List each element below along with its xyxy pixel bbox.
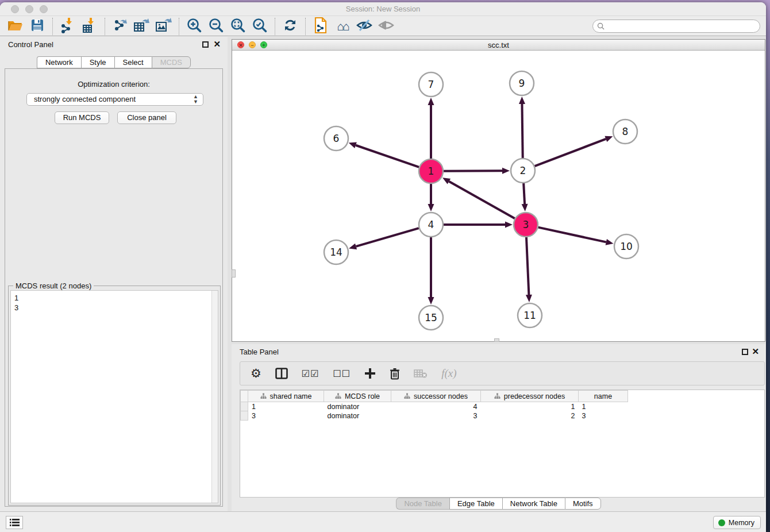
- window-titlebar: Session: New Session: [0, 2, 766, 16]
- table-cell[interactable]: dominator: [324, 402, 391, 411]
- table-tab-edge-table[interactable]: Edge Table: [449, 498, 502, 510]
- network-window-titlebar[interactable]: ✕ − + scc.txt: [232, 40, 765, 51]
- zoom-out-button[interactable]: [205, 17, 227, 36]
- column-header-label: name: [594, 392, 612, 400]
- network-search-field[interactable]: [592, 20, 760, 33]
- export-image-button[interactable]: [153, 17, 175, 36]
- table-cell[interactable]: 4: [391, 402, 481, 411]
- column-header-predecessor-nodes[interactable]: predecessor nodes: [481, 391, 579, 402]
- control-panel-header: Control Panel ✕: [0, 37, 228, 53]
- column-header-label: MCDS role: [345, 392, 380, 400]
- open-session-button[interactable]: [5, 17, 26, 36]
- graph-edge-3-11[interactable]: [526, 237, 529, 295]
- column-header-successor-nodes[interactable]: successor nodes: [391, 391, 481, 402]
- export-table-button[interactable]: [131, 17, 153, 36]
- node-table[interactable]: shared nameMCDS rolesuccessor nodesprede…: [240, 390, 765, 498]
- show-all-button[interactable]: [375, 17, 397, 36]
- run-mcds-button[interactable]: Run MCDS: [55, 111, 109, 124]
- delete-column-trash-icon[interactable]: [390, 365, 400, 382]
- refresh-view-button[interactable]: [279, 17, 301, 36]
- unselect-all-columns-icon[interactable]: ☐☐: [333, 365, 351, 382]
- graph-edge-2-9[interactable]: [522, 104, 522, 158]
- add-column-icon[interactable]: [364, 365, 376, 382]
- edge-arrowhead: [349, 244, 357, 250]
- column-header-name[interactable]: name: [579, 391, 628, 402]
- table-cell[interactable]: dominator: [324, 411, 391, 421]
- network-graph[interactable]: 7968124314101511: [232, 51, 765, 341]
- node-label: 4: [428, 219, 434, 230]
- mcds-result-textarea[interactable]: 13: [10, 290, 218, 503]
- criterion-select[interactable]: strongly connected component ▲▼: [26, 93, 203, 106]
- close-panel-icon[interactable]: ✕: [213, 39, 221, 49]
- show-eye-icon: [378, 18, 395, 35]
- edge-arrowhead: [349, 142, 357, 148]
- hierarchy-sort-icon: [335, 393, 341, 399]
- table-cell[interactable]: 3: [248, 411, 324, 421]
- table-tab-motifs[interactable]: Motifs: [565, 498, 601, 510]
- graph-edge-1-6[interactable]: [356, 145, 419, 167]
- save-session-button[interactable]: [26, 17, 48, 36]
- import-table-button[interactable]: [79, 17, 101, 36]
- export-network-icon: [112, 17, 128, 36]
- table-cell[interactable]: 2: [481, 411, 579, 421]
- column-header-shared-name[interactable]: shared name: [248, 391, 324, 402]
- zoom-selected-button[interactable]: [249, 17, 271, 36]
- table-tab-node-table[interactable]: Node Table: [396, 498, 449, 510]
- first-neighbors-button[interactable]: ⌂⌂: [332, 17, 353, 36]
- splitter-handle[interactable]: [494, 338, 499, 342]
- table-row[interactable]: 3dominator323: [241, 411, 628, 421]
- float-panel-icon[interactable]: [202, 41, 209, 48]
- node-label: 14: [330, 246, 342, 258]
- table-cell[interactable]: 1: [579, 402, 628, 411]
- function-builder-icon[interactable]: f(x): [441, 365, 456, 382]
- table-settings-gear-icon[interactable]: ⚙: [251, 365, 261, 382]
- select-all-columns-icon[interactable]: ☑☑: [302, 365, 319, 382]
- network-canvas[interactable]: 7968124314101511: [232, 51, 765, 341]
- toolbar-separator: [105, 18, 105, 35]
- table-cell[interactable]: 1: [248, 402, 324, 411]
- table-tab-network-table[interactable]: Network Table: [502, 498, 565, 510]
- column-header-label: predecessor nodes: [504, 392, 565, 400]
- row-gutter: [241, 402, 248, 411]
- zoom-in-button[interactable]: [183, 17, 205, 36]
- hide-selected-button[interactable]: [353, 17, 375, 36]
- zoom-out-icon: [208, 17, 224, 36]
- edge-arrowhead: [505, 222, 513, 228]
- export-network-button[interactable]: [109, 17, 131, 36]
- control-tab-style[interactable]: Style: [81, 56, 114, 68]
- select-chevrons-icon: ▲▼: [193, 94, 198, 105]
- float-panel-icon[interactable]: [742, 349, 748, 355]
- import-network-button[interactable]: [57, 17, 79, 36]
- column-header-mcds-role[interactable]: MCDS role: [324, 391, 391, 402]
- splitter-handle[interactable]: [232, 269, 236, 277]
- table-cell[interactable]: 3: [391, 411, 481, 421]
- edge-arrowhead: [428, 204, 434, 211]
- control-tab-mcds[interactable]: MCDS: [152, 56, 191, 68]
- close-panel-button[interactable]: Close panel: [117, 111, 176, 124]
- zoom-fit-button[interactable]: [227, 17, 249, 36]
- table-toolbar: ⚙ ☑☑ ☐☐ f(x): [240, 361, 765, 385]
- memory-button[interactable]: Memory: [713, 516, 761, 529]
- delete-table-icon[interactable]: [414, 365, 428, 382]
- graph-edge-2-3[interactable]: [523, 183, 525, 204]
- search-icon: [597, 22, 605, 30]
- graph-edge-4-14[interactable]: [356, 228, 419, 246]
- graph-edge-3-10[interactable]: [538, 228, 606, 242]
- task-history-button[interactable]: [6, 516, 23, 529]
- clone-network-button[interactable]: [310, 17, 332, 36]
- close-panel-icon[interactable]: ✕: [752, 346, 759, 357]
- result-scrollbar[interactable]: [211, 291, 218, 503]
- graph-edge-1-2[interactable]: [444, 171, 502, 171]
- graph-edge-2-8[interactable]: [535, 139, 606, 166]
- table-cell[interactable]: 3: [579, 411, 628, 421]
- split-columns-icon[interactable]: [275, 365, 288, 382]
- graph-edge-3-1[interactable]: [449, 182, 514, 219]
- control-tab-select[interactable]: Select: [114, 56, 152, 68]
- refresh-icon: [283, 18, 298, 35]
- application-window: Session: New Session: [0, 2, 766, 532]
- control-tab-network[interactable]: Network: [37, 56, 81, 68]
- table-cell[interactable]: 1: [481, 402, 579, 411]
- table-row[interactable]: 1dominator411: [241, 402, 628, 411]
- node-label: 3: [523, 219, 529, 230]
- search-input[interactable]: [607, 22, 756, 30]
